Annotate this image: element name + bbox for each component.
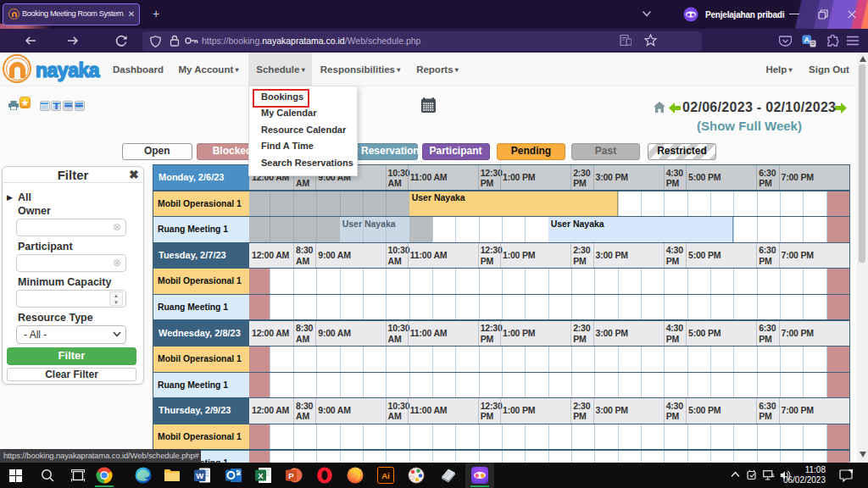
svg-text:W: W (196, 471, 203, 480)
svg-text:X: X (258, 471, 264, 480)
svg-text:A: A (804, 35, 810, 43)
svg-text:nayaka: nayaka (36, 59, 100, 81)
svg-text:Ai: Ai (381, 471, 390, 480)
svg-text:P: P (288, 471, 294, 480)
